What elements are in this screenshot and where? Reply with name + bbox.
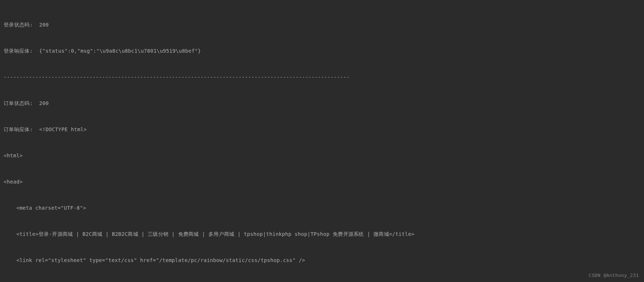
console-output: 登录状态码: 200 登录响应体: {"status":0,"msg":"\u9… bbox=[4, 3, 640, 282]
output-line: <html> bbox=[4, 151, 640, 160]
watermark-text: CSDN @Anthony_231 bbox=[589, 271, 639, 280]
output-line: 登录响应体: {"status":0,"msg":"\u9a8c\u8bc1\u… bbox=[4, 47, 640, 55]
output-line: 订单状态码: 200 bbox=[4, 99, 640, 108]
output-line: ----------------------------------------… bbox=[4, 73, 640, 81]
output-line: 订单响应体: <!DOCTYPE html> bbox=[4, 125, 640, 134]
output-line: 登录状态码: 200 bbox=[4, 20, 640, 29]
output-line: <title>登录-开源商城 | B2C商城 | B2B2C商城 | 三级分销 … bbox=[4, 230, 640, 238]
output-line: <meta charset="UTF-8"> bbox=[4, 204, 640, 212]
output-line: <link rel="stylesheet" type="text/css" h… bbox=[4, 256, 640, 265]
output-line: <head> bbox=[4, 177, 640, 186]
